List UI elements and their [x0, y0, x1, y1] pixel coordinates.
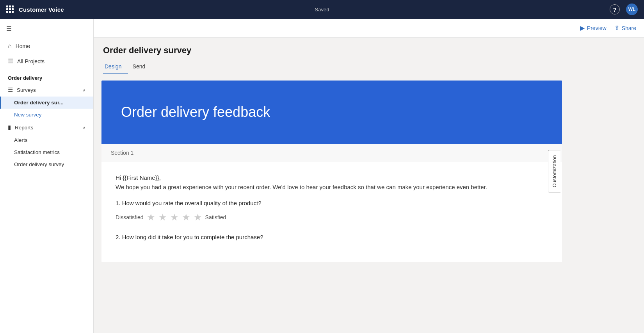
surveys-icon: ☰: [8, 86, 13, 93]
order-delivery-survey-label: Order delivery survey: [14, 161, 64, 167]
right-panel: Customization: [546, 81, 562, 262]
avatar[interactable]: WL: [626, 4, 638, 15]
app-title: Customer Voice: [19, 6, 64, 13]
top-nav-actions: ? WL: [610, 4, 638, 15]
greeting-line1: Hi {{First Name}},: [116, 173, 548, 183]
survey-banner: Order delivery feedback: [101, 81, 562, 144]
preview-icon: ▶: [580, 24, 585, 32]
survey-title: Order delivery survey: [101, 45, 644, 56]
active-survey-label: Order delivery sur...: [14, 100, 64, 106]
saved-status: Saved: [315, 7, 329, 13]
preview-button[interactable]: ▶ Preview: [580, 24, 607, 32]
content-area: ▶ Preview ⇪ Share Order delivery survey …: [94, 19, 644, 333]
sidebar-item-order-delivery-survey[interactable]: Order delivery survey: [0, 158, 93, 170]
main-layout: ☰ ⌂ Home ☰ All Projects Order delivery ☰…: [0, 19, 644, 333]
banner-title: Order delivery feedback: [121, 104, 543, 120]
reports-icon: ▮: [8, 124, 11, 131]
reports-header[interactable]: ▮ Reports ∧: [0, 121, 93, 134]
sidebar-item-new-survey[interactable]: New survey: [0, 109, 93, 121]
survey-tabs: Design Send: [101, 60, 644, 74]
top-nav: Customer Voice Saved ? WL: [0, 0, 644, 19]
help-button[interactable]: ?: [610, 4, 620, 14]
greeting-text: Hi {{First Name}}, We hope you had a gre…: [116, 173, 548, 192]
star-1[interactable]: ★: [147, 212, 155, 223]
surveys-chevron-icon: ∧: [83, 88, 85, 92]
preview-label: Preview: [587, 25, 607, 31]
customization-tab[interactable]: Customization: [548, 150, 560, 192]
question-1-text: 1. How would you rate the overall qualit…: [116, 200, 548, 206]
greeting-line2: We hope you had a great experience with …: [116, 183, 548, 192]
home-label: Home: [16, 43, 30, 49]
section-label: Order delivery: [0, 69, 93, 83]
share-label: Share: [622, 25, 636, 31]
rating-label-left: Dissatisfied: [116, 214, 144, 220]
customization-label: Customization: [551, 155, 557, 187]
all-projects-label: All Projects: [17, 58, 44, 64]
survey-content: Order delivery survey Design Send Order …: [94, 38, 644, 333]
share-button[interactable]: ⇪ Share: [614, 24, 636, 32]
star-4[interactable]: ★: [182, 212, 190, 223]
section-label: Section 1: [111, 150, 133, 156]
reports-label: Reports: [15, 125, 33, 131]
star-3[interactable]: ★: [170, 212, 179, 223]
question-2-text: 2. How long did it take for you to compl…: [116, 234, 548, 240]
surveys-header[interactable]: ☰ Surveys ∧: [0, 83, 93, 97]
sidebar-item-home[interactable]: ⌂ Home: [0, 39, 93, 54]
question-2: 2. How long did it take for you to compl…: [116, 234, 548, 240]
star-rating: Dissatisfied ★ ★ ★ ★ ★ Satisfied: [116, 212, 548, 223]
apps-grid-icon[interactable]: [6, 5, 14, 13]
reports-chevron-icon: ∧: [83, 125, 85, 130]
survey-panel: Order delivery feedback Section 1 ⋮ Hi {…: [101, 81, 562, 262]
new-survey-label: New survey: [14, 112, 42, 118]
tab-send[interactable]: Send: [131, 60, 152, 74]
question-1: 1. How would you rate the overall qualit…: [116, 200, 548, 223]
hamburger-menu[interactable]: ☰: [0, 19, 93, 39]
sidebar: ☰ ⌂ Home ☰ All Projects Order delivery ☰…: [0, 19, 94, 333]
all-projects-icon: ☰: [8, 57, 13, 65]
share-icon: ⇪: [614, 24, 619, 32]
survey-questions: Hi {{First Name}}, We hope you had a gre…: [101, 162, 562, 262]
content-topbar: ▶ Preview ⇪ Share: [94, 19, 644, 38]
sidebar-item-satisfaction-metrics[interactable]: Satisfaction metrics: [0, 146, 93, 158]
sidebar-item-active-survey[interactable]: Order delivery sur...: [0, 97, 93, 109]
surveys-label: Surveys: [17, 87, 36, 93]
satisfaction-metrics-label: Satisfaction metrics: [14, 149, 60, 155]
survey-body: Section 1 ⋮ Hi {{First Name}}, We hope y…: [101, 144, 562, 262]
tab-design[interactable]: Design: [103, 60, 128, 74]
sidebar-item-alerts[interactable]: Alerts: [0, 134, 93, 146]
rating-label-right: Satisfied: [205, 214, 226, 220]
section-header: Section 1 ⋮: [101, 144, 562, 162]
star-2[interactable]: ★: [158, 212, 167, 223]
sidebar-item-all-projects[interactable]: ☰ All Projects: [0, 54, 93, 69]
home-icon: ⌂: [8, 43, 12, 50]
alerts-label: Alerts: [14, 137, 28, 143]
star-5[interactable]: ★: [194, 212, 202, 223]
